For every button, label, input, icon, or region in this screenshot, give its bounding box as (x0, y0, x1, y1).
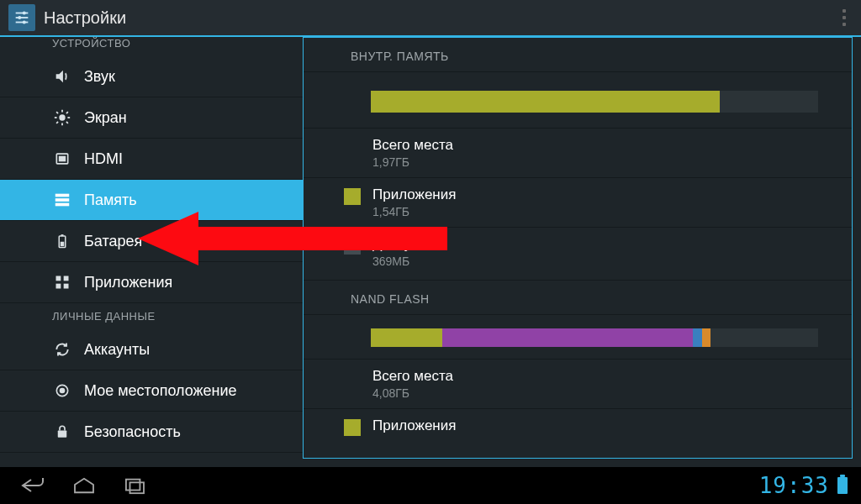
row-available[interactable]: Доступно 369МБ (304, 227, 852, 276)
sidebar-item-label: Экран (84, 109, 127, 127)
row-key: Всего места (372, 368, 453, 385)
svg-line-14 (66, 112, 68, 113)
sidebar-item-hdmi[interactable]: HDMI (0, 139, 303, 180)
svg-point-4 (18, 16, 21, 19)
bar-segment-3 (693, 328, 702, 347)
sound-icon (52, 66, 72, 87)
svg-rect-17 (55, 194, 70, 197)
svg-point-6 (59, 114, 65, 120)
svg-rect-26 (64, 284, 69, 289)
svg-point-28 (61, 389, 65, 393)
row-key: Всего места (372, 137, 453, 154)
row-key: Приложения (372, 417, 456, 434)
row-value: 1,97ГБ (372, 155, 453, 169)
hdmi-icon (52, 149, 72, 169)
sidebar-item-location[interactable]: Мое местоположение (0, 370, 303, 412)
sidebar-item-label: Аккаунты (84, 341, 150, 359)
svg-rect-18 (55, 198, 70, 202)
svg-rect-16 (59, 156, 66, 162)
svg-point-5 (23, 20, 26, 24)
statusbar-clock: 19:33 (759, 473, 829, 498)
svg-rect-32 (130, 482, 145, 493)
svg-rect-19 (55, 203, 70, 207)
row-value: 4,08ГБ (372, 386, 453, 400)
sidebar-item-label: Безопасность (84, 423, 181, 441)
sidebar-item-label: Память (84, 192, 137, 209)
sidebar-item-security[interactable]: Безопасность (0, 412, 303, 453)
row-nand-apps[interactable]: Приложения (304, 408, 852, 436)
bar-segment-1 (371, 328, 442, 347)
nav-home-button[interactable] (59, 470, 109, 501)
svg-line-12 (66, 122, 68, 123)
sidebar-section-personal: Личные данные (0, 303, 303, 329)
svg-rect-25 (56, 284, 61, 289)
svg-line-13 (56, 122, 58, 123)
battery-icon (52, 231, 72, 251)
lock-icon (52, 422, 72, 442)
internal-storage-bar (371, 91, 818, 113)
row-key: Приложения (372, 186, 456, 203)
sidebar-item-storage[interactable]: Память (0, 180, 303, 221)
overflow-menu-button[interactable] (836, 3, 853, 33)
color-chip (344, 139, 361, 155)
apps-icon (52, 272, 72, 292)
bar-segment-2 (442, 328, 693, 347)
brightness-icon (52, 108, 72, 128)
statusbar-battery-icon (837, 477, 848, 494)
svg-line-11 (56, 112, 58, 113)
settings-app: Настройки Устройство Звук Экран (0, 0, 861, 504)
system-navbar: 19:33 (0, 467, 861, 504)
titlebar: Настройки (0, 0, 861, 37)
sidebar-item-apps[interactable]: Приложения (0, 262, 303, 303)
sidebar-item-display[interactable]: Экран (0, 97, 303, 139)
svg-rect-23 (56, 276, 61, 281)
storage-icon (52, 190, 72, 210)
sync-icon (52, 339, 72, 360)
row-value: 1,54ГБ (372, 205, 456, 218)
sidebar-item-label: HDMI (84, 150, 123, 168)
page-title: Настройки (44, 8, 126, 28)
svg-rect-22 (61, 242, 65, 246)
color-chip (344, 419, 361, 436)
settings-sidebar: Устройство Звук Экран HDMI (0, 37, 303, 467)
svg-rect-31 (126, 480, 140, 491)
location-icon (52, 381, 72, 401)
row-key: Доступно (372, 236, 435, 253)
svg-rect-29 (58, 431, 67, 438)
section-internal-storage: Внутр. память (304, 38, 852, 72)
section-nand-flash: NAND FLASH (304, 280, 852, 315)
svg-rect-24 (64, 276, 69, 281)
color-chip (344, 238, 361, 255)
settings-icon (8, 4, 35, 31)
row-apps[interactable]: Приложения 1,54ГБ (304, 177, 852, 227)
color-chip (344, 188, 361, 205)
sidebar-section-device: Устройство (0, 37, 303, 56)
bar-segment-apps (371, 91, 720, 113)
sidebar-item-label: Мое местоположение (84, 382, 237, 400)
content-area: Устройство Звук Экран HDMI (0, 37, 861, 467)
sidebar-item-sound[interactable]: Звук (0, 56, 303, 97)
sidebar-item-label: Звук (84, 68, 115, 86)
nand-storage-bar (371, 328, 818, 347)
row-value: 369МБ (372, 255, 435, 268)
storage-detail-pane: Внутр. память Всего места 1,97ГБ Приложе… (303, 37, 853, 459)
sidebar-item-label: Батарея (84, 233, 142, 250)
sidebar-item-label: Приложения (84, 274, 172, 291)
row-nand-total[interactable]: Всего места 4,08ГБ (304, 359, 852, 408)
bar-segment-4 (702, 328, 711, 347)
row-total-space[interactable]: Всего места 1,97ГБ (304, 128, 852, 177)
nav-recent-button[interactable] (109, 470, 160, 501)
sidebar-item-accounts[interactable]: Аккаунты (0, 329, 303, 370)
svg-point-3 (23, 11, 26, 14)
svg-rect-21 (61, 234, 64, 236)
color-chip (344, 370, 361, 386)
nav-back-button[interactable] (8, 470, 59, 501)
sidebar-item-battery[interactable]: Батарея (0, 221, 303, 262)
